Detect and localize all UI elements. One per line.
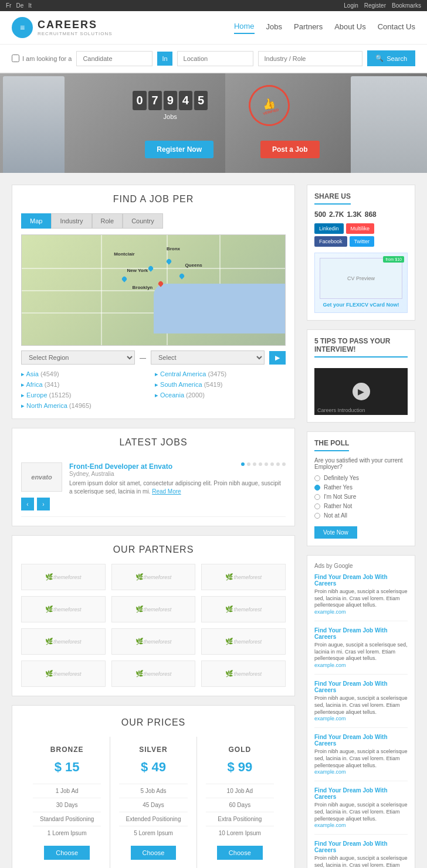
dot-4 (259, 462, 262, 466)
job-action-next[interactable]: › (37, 498, 50, 510)
poll-option-5[interactable]: Not at All (314, 512, 408, 519)
silver-choose-button[interactable]: Choose (131, 846, 177, 860)
partner-9[interactable]: 🌿 themeforest (201, 628, 286, 655)
region-africa[interactable]: ▸ Africa (341) (21, 381, 152, 389)
region-south-america[interactable]: ▸ South America (5419) (155, 381, 286, 389)
region-dropdown[interactable]: Select Region (21, 350, 135, 365)
gold-feature-2: 60 Days (206, 798, 274, 812)
ad-2-headline[interactable]: Find Your Dream Job With Careers (314, 627, 408, 640)
login-link[interactable]: Login (344, 2, 358, 9)
share-title: SHARE US (314, 192, 351, 205)
ad-5-url[interactable]: example.com (314, 822, 408, 828)
bronze-feature-1: 1 Job Ad (33, 784, 101, 798)
register-button[interactable]: Register Now (145, 141, 214, 158)
poll-option-2[interactable]: Rather Yes (314, 484, 408, 491)
region-search-button[interactable]: ▶ (269, 351, 286, 365)
nav-jobs[interactable]: Jobs (266, 22, 282, 33)
job-title[interactable]: Front-End Developer at Envato (69, 462, 172, 471)
header: ≡ CAREERS RECRUITMENT SOLUTIONS Home Job… (0, 11, 427, 45)
region-central-america[interactable]: ▸ Central America (3475) (155, 370, 286, 378)
ad-3-url[interactable]: example.com (314, 716, 408, 721)
job-item: envato ‹ › Front-End Developer at Envato… (21, 457, 286, 517)
lang-it[interactable]: It (28, 2, 32, 9)
partner-5[interactable]: 🌿 themeforest (111, 596, 196, 622)
partner-8[interactable]: 🌿 themeforest (111, 628, 196, 655)
post-job-button[interactable]: Post a Job (260, 141, 320, 158)
partner-2[interactable]: 🌿 themeforest (111, 564, 196, 590)
gold-choose-button[interactable]: Choose (217, 846, 263, 860)
twitter-button[interactable]: Twitter (350, 236, 375, 247)
digit-4: 4 (179, 91, 192, 110)
nav-home[interactable]: Home (234, 22, 255, 34)
ad-5-headline[interactable]: Find Your Dream Job With Careers (314, 787, 408, 800)
facebook-button[interactable]: Facebook (314, 236, 347, 247)
partner-10[interactable]: 🌿 themeforest (21, 661, 106, 687)
industry-input[interactable] (258, 51, 363, 66)
partner-11[interactable]: 🌿 themeforest (111, 661, 196, 687)
poll-option-4[interactable]: Rather Not (314, 503, 408, 509)
partner-1[interactable]: 🌿 themeforest (21, 564, 106, 590)
tab-country[interactable]: Country (123, 213, 163, 229)
tab-map[interactable]: Map (21, 213, 51, 229)
nav-about[interactable]: About Us (334, 22, 365, 33)
find-job-title: FIND A JOB PER (21, 194, 286, 205)
ad-1-headline[interactable]: Find Your Dream Job With Careers (314, 574, 408, 587)
poll-option-1[interactable]: Definitely Yes (314, 475, 408, 481)
register-link[interactable]: Register (364, 2, 386, 9)
search-button[interactable]: 🔍 Search (367, 50, 415, 66)
find-job-section: FIND A JOB PER Map Industry Role Country (12, 185, 295, 419)
bronze-choose-button[interactable]: Choose (44, 846, 90, 860)
ad-2-url[interactable]: example.com (314, 662, 408, 668)
linkedin-button[interactable]: Linkedin (314, 223, 344, 234)
radio-4 (314, 503, 320, 509)
sidebar: SHARE US 500 2.7K 1.3K 868 Linkedin Mult… (307, 185, 415, 868)
bookmarks-link[interactable]: Bookmarks (392, 2, 421, 9)
in-label: In (157, 52, 172, 66)
twitter-stat: 868 (365, 210, 377, 219)
ads-title: Ads by Google (314, 563, 408, 569)
ad-3-headline[interactable]: Find Your Dream Job With Careers (314, 680, 408, 693)
ad-4-headline[interactable]: Find Your Dream Job With Careers (314, 734, 408, 747)
gold-price: $ 99 (206, 760, 274, 775)
video-thumbnail[interactable]: ▶ Careers Introduction (314, 368, 408, 415)
tab-industry[interactable]: Industry (51, 213, 92, 229)
partner-12[interactable]: 🌿 themeforest (201, 661, 286, 687)
social-buttons: Linkedin Multilike Facebook Twitter (314, 223, 408, 247)
dot-1 (241, 462, 245, 466)
ad-4-url[interactable]: example.com (314, 769, 408, 775)
verified-stamp: 👍 VERIFIED (244, 80, 294, 131)
region-europe[interactable]: ▸ Europe (15125) (21, 392, 152, 399)
lang-de[interactable]: De (16, 2, 23, 9)
ad-1-desc: Proin nibh augue, suscipit a scelerisque… (314, 588, 408, 609)
candidate-input[interactable] (76, 51, 152, 66)
partner-7[interactable]: 🌿 themeforest (21, 628, 106, 655)
flexicv-ad[interactable]: from $10 CV Preview Get your FLEXICV vCa… (314, 253, 408, 313)
location-input[interactable] (177, 51, 253, 66)
tips-title: 5 TIPS TO PASS YOUR INTERVIEW! (314, 337, 408, 358)
multilike-button[interactable]: Multilike (346, 223, 375, 234)
poll-option-3[interactable]: I'm Not Sure (314, 493, 408, 500)
region-asia[interactable]: ▸ Asia (4549) (21, 370, 152, 378)
vote-button[interactable]: Vote Now (314, 526, 357, 539)
region-oceania[interactable]: ▸ Oceania (2000) (155, 392, 286, 399)
nav-contact[interactable]: Contact Us (378, 22, 415, 33)
play-button[interactable]: ▶ (353, 383, 370, 400)
sub-region-dropdown[interactable]: Select (151, 350, 265, 365)
partner-3[interactable]: 🌿 themeforest (201, 564, 286, 590)
read-more-link[interactable]: Read More (152, 488, 181, 495)
tab-role[interactable]: Role (92, 213, 123, 229)
job-action-buttons: ‹ › (21, 498, 50, 510)
logo-icon: ≡ (12, 17, 33, 38)
job-action-prev[interactable]: ‹ (21, 498, 34, 510)
candidate-checkbox[interactable] (12, 55, 19, 62)
lang-fr[interactable]: Fr (6, 2, 11, 9)
partner-4[interactable]: 🌿 themeforest (21, 596, 106, 622)
ad-1-url[interactable]: example.com (314, 609, 408, 615)
nav-partners[interactable]: Partners (294, 22, 323, 33)
ad-6-headline[interactable]: Find Your Dream Job With Careers (314, 840, 408, 853)
region-north-america[interactable]: ▸ North America (14965) (21, 402, 152, 410)
logo-title: CAREERS (38, 19, 97, 30)
bronze-feature-2: 30 Days (33, 798, 101, 812)
radio-2 (314, 485, 320, 491)
partner-6[interactable]: 🌿 themeforest (201, 596, 286, 622)
